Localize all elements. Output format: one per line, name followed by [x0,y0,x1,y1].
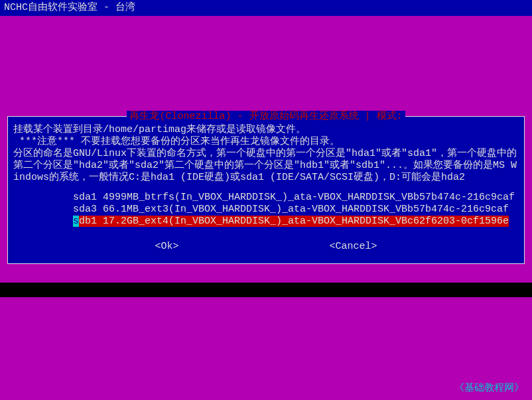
button-row: <Ok> <Cancel> [13,241,519,259]
partition-item-sda3[interactable]: sda3 66.1MB_ext3(In_VBOX_HARDDISK_)_ata-… [73,204,519,216]
partition-list[interactable]: sda1 4999MB_btrfs(In_VBOX_HARDDISK_)_ata… [13,192,519,228]
selection-cursor: s [73,216,79,227]
dialog-box: 再生龙(Clonezilla) - 开放原始码再生还原系统 | 模式: 挂载某个… [7,116,525,264]
selected-partition-text: db1 17.2GB_ext4(In_VBOX_HARDDISK_)_ata-V… [79,216,509,227]
status-bar [0,283,532,297]
title-bar: NCHC自由软件实验室 - 台湾 [0,0,532,16]
dialog-title-text: 再生龙(Clonezilla) - 开放原始码再生还原系统 | 模式: [127,111,405,122]
instruction-text: 挂载某个装置到目录/home/partimag来储存或是读取镜像文件。 ***注… [13,124,519,184]
partition-item-sdb1[interactable]: sdb1 17.2GB_ext4(In_VBOX_HARDDISK_)_ata-… [73,216,519,228]
dialog-title: 再生龙(Clonezilla) - 开放原始码再生还原系统 | 模式: [13,111,519,123]
watermark: 《基础教程网》 [454,383,524,395]
ok-button[interactable]: <Ok> [155,241,178,253]
partition-item-sda1[interactable]: sda1 4999MB_btrfs(In_VBOX_HARDDISK_)_ata… [73,192,519,204]
cancel-button[interactable]: <Cancel> [329,241,377,253]
